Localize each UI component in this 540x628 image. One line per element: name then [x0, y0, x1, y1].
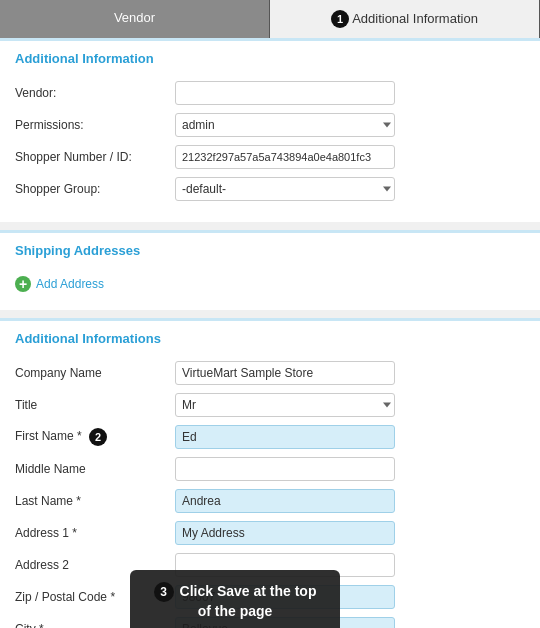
first-name-row: First Name * 2: [15, 424, 525, 450]
last-name-input[interactable]: [175, 489, 395, 513]
permissions-label: Permissions:: [15, 118, 175, 132]
tab-vendor-label: Vendor: [114, 10, 155, 25]
shopper-group-select-wrapper: -default- group1 group2: [175, 177, 395, 201]
permissions-select-wrapper: admin shopper vendor: [175, 113, 395, 137]
title-row: Title Mr Ms Mrs Dr: [15, 392, 525, 418]
page-wrapper: Vendor 1Additional Information Additiona…: [0, 0, 540, 628]
additional-info-title: Additional Information: [15, 51, 525, 70]
additional-info-section: Additional Information Vendor: Permissio…: [0, 38, 540, 222]
title-label: Title: [15, 398, 175, 412]
company-name-row: Company Name: [15, 360, 525, 386]
vendor-label: Vendor:: [15, 86, 175, 100]
first-name-input[interactable]: [175, 425, 395, 449]
tabs-bar: Vendor 1Additional Information: [0, 0, 540, 38]
add-address-button[interactable]: + Add Address: [15, 272, 525, 296]
tooltip-badge: 3: [154, 582, 174, 602]
shopper-group-select[interactable]: -default- group1 group2: [175, 177, 395, 201]
shipping-addresses-title: Shipping Addresses: [15, 243, 525, 262]
tooltip-overlay: 3Click Save at the top of the page: [130, 570, 340, 628]
address1-label: Address 1 *: [15, 526, 175, 540]
shopper-number-input[interactable]: [175, 145, 395, 169]
add-address-icon: +: [15, 276, 31, 292]
company-name-label: Company Name: [15, 366, 175, 380]
tab-additional-badge: 1: [331, 10, 349, 28]
shopper-group-row: Shopper Group: -default- group1 group2: [15, 176, 525, 202]
company-name-input[interactable]: [175, 361, 395, 385]
tab-additional-label: Additional Information: [352, 11, 478, 26]
tab-vendor[interactable]: Vendor: [0, 0, 270, 38]
address1-row: Address 1 *: [15, 520, 525, 546]
permissions-select[interactable]: admin shopper vendor: [175, 113, 395, 137]
permissions-row: Permissions: admin shopper vendor: [15, 112, 525, 138]
last-name-row: Last Name *: [15, 488, 525, 514]
additional-informations-title: Additional Informations: [15, 331, 525, 350]
shipping-addresses-section: Shipping Addresses + Add Address: [0, 230, 540, 310]
middle-name-row: Middle Name: [15, 456, 525, 482]
last-name-label: Last Name *: [15, 494, 175, 508]
first-name-label: First Name * 2: [15, 428, 175, 446]
title-select[interactable]: Mr Ms Mrs Dr: [175, 393, 395, 417]
vendor-input[interactable]: [175, 81, 395, 105]
address1-input[interactable]: [175, 521, 395, 545]
shopper-group-label: Shopper Group:: [15, 182, 175, 196]
shopper-number-row: Shopper Number / ID:: [15, 144, 525, 170]
tooltip-text: Click Save at the top of the page: [180, 583, 317, 619]
title-select-wrapper: Mr Ms Mrs Dr: [175, 393, 395, 417]
add-address-label: Add Address: [36, 277, 104, 291]
middle-name-label: Middle Name: [15, 462, 175, 476]
vendor-row: Vendor:: [15, 80, 525, 106]
shopper-number-label: Shopper Number / ID:: [15, 150, 175, 164]
middle-name-input[interactable]: [175, 457, 395, 481]
tab-additional[interactable]: 1Additional Information: [270, 0, 540, 38]
first-name-badge: 2: [89, 428, 107, 446]
